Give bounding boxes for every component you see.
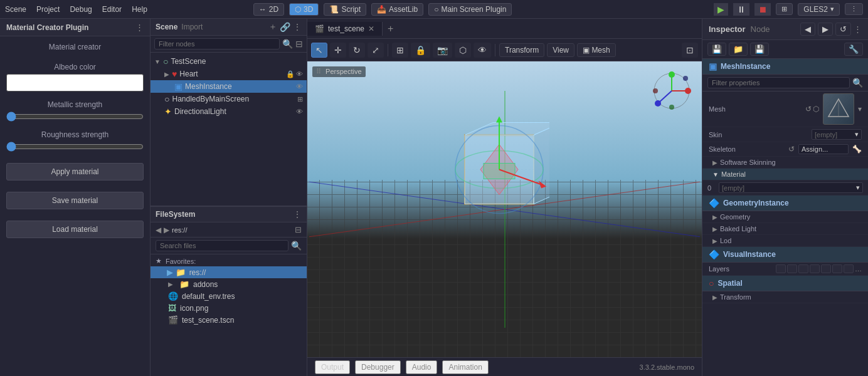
viewport-add-tab-button[interactable]: + [383, 23, 398, 34]
menu-debug[interactable]: Debug [70, 5, 92, 14]
left-panel-menu-button[interactable]: ⋮ [135, 23, 144, 32]
skin-property-value[interactable]: [empty] ▾ [812, 129, 862, 140]
inspector-history-refresh[interactable]: ↺ [835, 23, 851, 36]
mode-3d-button[interactable]: ⬡ 3D [289, 3, 319, 16]
transform-section[interactable]: ▶ Transform [702, 291, 868, 303]
material-value[interactable]: [empty] ▾ [719, 182, 863, 193]
inspector-tab[interactable]: Inspector [709, 24, 746, 34]
scale-tool-button[interactable]: ⤢ [368, 43, 384, 58]
tree-item-heart[interactable]: ▶ ♥ Heart 🔒 👁 [151, 68, 307, 80]
inspector-disk-btn[interactable]: 💾 [750, 43, 769, 56]
mesh-reset-btn[interactable]: ↺ [805, 105, 812, 113]
fs-item-testscene[interactable]: 🎬 test_scene.tscn [151, 314, 307, 326]
mode-assetlib-button[interactable]: 📥 AssetLib [371, 3, 423, 16]
layer-1[interactable] [776, 264, 786, 273]
rotate-tool-button[interactable]: ↻ [349, 43, 365, 58]
fs-panel-title[interactable]: FileSystem [156, 210, 195, 219]
transform-mode-button[interactable]: Transform [499, 43, 544, 57]
fs-search-icon[interactable]: 🔍 [291, 241, 302, 251]
apply-material-button[interactable]: Apply material [6, 163, 144, 180]
debugger-tab[interactable]: Debugger [355, 360, 401, 374]
mesh-dropdown-btn[interactable]: ▾ [858, 105, 862, 113]
camera-button[interactable]: 📷 [433, 43, 452, 58]
heart-lock-icon[interactable]: 🔒 [286, 70, 295, 78]
scene-filter-icon[interactable]: ⊟ [295, 39, 303, 49]
material-section-header[interactable]: ▼ Material [702, 169, 868, 180]
inspector-search-icon[interactable]: 🔍 [852, 78, 863, 88]
remote-button[interactable]: ⊞ [776, 3, 793, 15]
layer-7[interactable] [844, 264, 854, 273]
fs-forward-button[interactable]: ▶ [164, 226, 169, 234]
heart-visible-icon[interactable]: 👁 [296, 70, 303, 78]
software-skinning-section[interactable]: ▶ Software Skinning [702, 157, 868, 169]
tree-item-dirlight[interactable]: ✦ DirectionalLight 👁 [151, 105, 307, 118]
geometry-section[interactable]: ▶ Geometry [702, 211, 868, 223]
layer-5[interactable] [821, 264, 831, 273]
audio-tab[interactable]: Audio [406, 360, 438, 374]
inspector-history-prev[interactable]: ◀ [800, 23, 815, 36]
mode-2d-button[interactable]: ↔ 2D [253, 3, 284, 16]
lod-section[interactable]: ▶ Lod [702, 235, 868, 247]
skeleton-reset-btn[interactable]: ↺ [788, 145, 795, 154]
baked-light-section[interactable]: ▶ Baked Light [702, 223, 868, 235]
fs-back-button[interactable]: ◀ [156, 226, 161, 234]
add-node-button[interactable]: ＋ [268, 21, 277, 33]
local-space-button[interactable]: ⊞ [392, 43, 408, 58]
tree-item-handled[interactable]: ○ HandledByMainScreen ⊞ [151, 93, 307, 105]
scene-filter-input[interactable] [154, 38, 280, 50]
dirlight-visible-icon[interactable]: 👁 [296, 108, 303, 115]
inspector-folder-btn[interactable]: 📁 [729, 43, 748, 56]
tree-item-meshinstance[interactable]: ▣ MeshInstance 👁 [151, 80, 307, 93]
layers-more-btn[interactable]: … [855, 264, 862, 273]
save-material-button[interactable]: Save material [6, 192, 144, 209]
tree-item-testscene[interactable]: ▼ ○ TestScene [151, 55, 307, 68]
viewport-tab-testscene[interactable]: 🎬 test_scene ✕ [307, 22, 383, 36]
inspector-menu-button[interactable]: ⋮ [854, 23, 862, 36]
fs-item-defaultenv[interactable]: 🌐 default_env.tres [151, 290, 307, 302]
mode-mainscreen-button[interactable]: ○ Main Screen Plugin [428, 3, 512, 16]
scene-search-icon[interactable]: 🔍 [282, 39, 293, 49]
visibility-button[interactable]: 👁 [474, 43, 491, 58]
fs-split-button[interactable]: ⊟ [295, 225, 302, 234]
layer-3[interactable] [798, 264, 808, 273]
import-tab[interactable]: Import [181, 23, 203, 31]
output-tab[interactable]: Output [315, 360, 350, 374]
inspector-history-next[interactable]: ▶ [818, 23, 833, 36]
scene-menu-button[interactable]: ⋮ [293, 21, 302, 33]
albedo-color-swatch[interactable] [6, 74, 144, 91]
view-mode-button[interactable]: View [547, 43, 574, 57]
menu-help[interactable]: Help [132, 5, 147, 14]
skeleton-bone-btn[interactable]: 🦴 [852, 145, 862, 154]
menu-scene[interactable]: Scene [5, 5, 26, 14]
roughness-slider[interactable] [6, 142, 144, 152]
fs-menu-button[interactable]: ⋮ [293, 209, 302, 219]
skeleton-assign-btn[interactable]: Assign... [798, 144, 849, 154]
select-tool-button[interactable]: ↖ [311, 43, 327, 58]
render-mode-button[interactable]: ⬡ [455, 43, 471, 58]
metallic-slider[interactable] [6, 112, 144, 122]
mesh-visible-icon[interactable]: 👁 [296, 83, 303, 90]
node-tab[interactable]: Node [751, 24, 770, 34]
fs-search-input[interactable] [156, 240, 288, 251]
stop-button[interactable]: ⏹ [754, 3, 771, 16]
settings-button[interactable]: ⋮ [845, 3, 863, 15]
layer-6[interactable] [832, 264, 842, 273]
mesh-mode-button[interactable]: ▣ Mesh [577, 43, 616, 57]
mode-script-button[interactable]: 📜 Script [324, 3, 366, 16]
viewport-tab-close[interactable]: ✕ [368, 24, 374, 33]
load-material-button[interactable]: Load material [6, 221, 144, 238]
inspector-save-btn[interactable]: 💾 [707, 43, 726, 56]
scene-tab[interactable]: Scene [156, 23, 177, 31]
fs-item-addons[interactable]: ▶ 📁 addons [151, 278, 307, 290]
pause-button[interactable]: ⏸ [733, 3, 749, 16]
play-button[interactable]: ▶ [714, 3, 728, 16]
mesh-create-btn[interactable]: ⬡ [813, 105, 819, 113]
menu-editor[interactable]: Editor [102, 5, 122, 14]
renderer-dropdown[interactable]: GLES2 ▾ [798, 3, 840, 16]
fullscreen-button[interactable]: ⊡ [682, 43, 698, 58]
fs-item-res[interactable]: ▶ 📁 res:// [151, 266, 307, 278]
layer-4[interactable] [810, 264, 820, 273]
layer-2[interactable] [787, 264, 797, 273]
animation-tab[interactable]: Animation [442, 360, 488, 374]
inspector-wrench-btn[interactable]: 🔧 [844, 43, 863, 56]
